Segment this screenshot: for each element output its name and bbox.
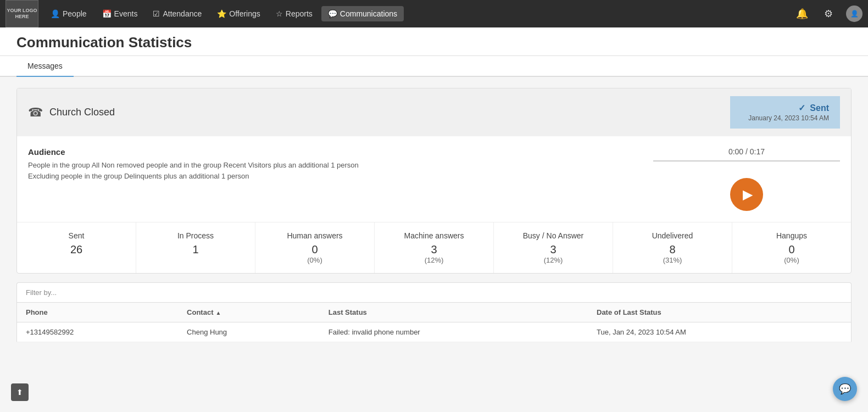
stat-cell-machine_answers: Machine answers 3 (12%)	[375, 222, 494, 273]
message-card-title: Church Closed	[49, 107, 115, 118]
nav-label-reports: Reports	[286, 9, 313, 18]
col-header-date_of_last_status: Date of Last Status	[588, 303, 852, 322]
stat-cell-busy_no_answer: Busy / No Answer 3 (12%)	[494, 222, 613, 273]
audio-section: 0:00 / 0:17 ▶	[653, 147, 840, 211]
cell-phone: +13149582992	[17, 322, 179, 342]
stat-cell-in_process: In Process 1	[136, 222, 255, 273]
filter-section: Filter by... PhoneContact▲Last StatusDat…	[16, 282, 852, 342]
stat-pct-machine_answers: (12%)	[380, 256, 488, 264]
page-title-bar: Communication Statistics	[0, 27, 868, 56]
stat-value-busy_no_answer: 3	[499, 243, 607, 256]
people-icon: 👤	[51, 9, 60, 18]
nav-item-attendance[interactable]: ☑ Attendance	[146, 6, 208, 21]
stat-label-hangups: Hangups	[738, 231, 845, 240]
reports-icon: ☆	[276, 9, 283, 18]
stat-value-human_answers: 0	[261, 243, 369, 256]
table-header: PhoneContact▲Last StatusDate of Last Sta…	[17, 303, 852, 322]
stat-value-hangups: 0	[738, 243, 845, 256]
stat-label-undelivered: Undelivered	[619, 231, 726, 240]
table-body: +13149582992Cheng HungFailed: invalid ph…	[17, 322, 852, 342]
audio-time: 0:00 / 0:17	[653, 147, 840, 156]
communications-icon: 💬	[328, 9, 337, 18]
stat-value-machine_answers: 3	[380, 243, 488, 256]
nav-item-events[interactable]: 📅 Events	[96, 6, 144, 21]
offerings-icon: ⭐	[217, 9, 226, 18]
stat-cell-human_answers: Human answers 0 (0%)	[255, 222, 375, 273]
col-header-last_status: Last Status	[320, 303, 588, 322]
events-icon: 📅	[102, 9, 112, 18]
page-title: Communication Statistics	[16, 34, 852, 51]
stat-cell-sent: Sent 26	[17, 222, 136, 273]
cell-last_status: Failed: invalid phone number	[320, 322, 588, 342]
sent-badge: ✓ Sent January 24, 2023 10:54 AM	[730, 96, 840, 129]
chat-support-button[interactable]: 💬	[833, 377, 857, 401]
stat-value-sent: 26	[23, 243, 130, 256]
top-navigation: YOUR LOGO HERE 👤 People 📅 Events ☑ Atten…	[0, 0, 868, 27]
stat-pct-hangups: (0%)	[738, 256, 845, 264]
filter-placeholder: Filter by...	[26, 288, 57, 297]
nav-items-list: 👤 People 📅 Events ☑ Attendance ⭐ Offerin…	[44, 6, 793, 21]
settings-button[interactable]: ⚙	[820, 5, 837, 23]
nav-label-events: Events	[114, 9, 138, 18]
attendance-icon: ☑	[153, 9, 160, 18]
stat-label-human_answers: Human answers	[261, 231, 369, 240]
audio-progress-bar[interactable]	[653, 160, 840, 162]
phone-icon: ☎	[28, 105, 43, 120]
stat-value-undelivered: 8	[619, 243, 726, 256]
stat-cell-undelivered: Undelivered 8 (31%)	[613, 222, 732, 273]
stat-label-in_process: In Process	[142, 231, 249, 240]
sort-arrow-contact: ▲	[215, 310, 221, 316]
filter-bar: Filter by...	[16, 282, 852, 302]
stats-row: Sent 26 In Process 1 Human answers 0 (0%…	[17, 222, 851, 273]
cell-contact: Cheng Hung	[178, 322, 320, 342]
upload-button[interactable]: ⬆	[11, 383, 29, 401]
nav-item-communications[interactable]: 💬 Communications	[321, 6, 404, 21]
audience-section: Audience People in the group All Non rem…	[28, 147, 642, 211]
play-button[interactable]: ▶	[730, 178, 763, 211]
stat-label-sent: Sent	[23, 231, 130, 240]
stat-label-busy_no_answer: Busy / No Answer	[499, 231, 607, 240]
message-card: ☎ Church Closed ✓ Sent January 24, 2023 …	[16, 88, 852, 274]
sent-text: Sent	[810, 103, 829, 113]
audience-line-1: People in the group All Non removed peop…	[28, 160, 642, 171]
tabs-bar: Messages	[0, 56, 868, 77]
tab-messages[interactable]: Messages	[16, 56, 74, 77]
stat-cell-hangups: Hangups 0 (0%)	[732, 222, 851, 273]
chat-support-icon: 💬	[839, 383, 851, 395]
notifications-button[interactable]: 🔔	[793, 5, 811, 23]
nav-label-people: People	[63, 9, 87, 18]
nav-item-people[interactable]: 👤 People	[44, 6, 93, 21]
cell-date_of_last_status: Tue, Jan 24, 2023 10:54 AM	[588, 322, 852, 342]
stat-pct-human_answers: (0%)	[261, 256, 369, 264]
stat-label-machine_answers: Machine answers	[380, 231, 488, 240]
message-title-area: ☎ Church Closed	[28, 105, 115, 120]
audience-title: Audience	[28, 147, 642, 157]
user-avatar[interactable]: 👤	[846, 5, 863, 22]
sent-label: ✓ Sent	[741, 103, 829, 113]
checkmark-icon: ✓	[798, 103, 805, 113]
nav-item-reports[interactable]: ☆ Reports	[269, 6, 319, 21]
table-row: +13149582992Cheng HungFailed: invalid ph…	[17, 322, 852, 342]
col-header-contact[interactable]: Contact▲	[178, 303, 320, 322]
stat-value-in_process: 1	[142, 243, 249, 256]
sent-date: January 24, 2023 10:54 AM	[741, 114, 829, 122]
table-header-row: PhoneContact▲Last StatusDate of Last Sta…	[17, 303, 852, 322]
nav-right-actions: 🔔 ⚙ 👤	[793, 5, 863, 23]
play-icon: ▶	[743, 187, 753, 202]
nav-label-offerings: Offerings	[229, 9, 260, 18]
stat-pct-busy_no_answer: (12%)	[499, 256, 607, 264]
stat-pct-undelivered: (31%)	[619, 256, 726, 264]
audience-line-2: Excluding people in the group Delinquent…	[28, 171, 642, 182]
message-card-header: ☎ Church Closed ✓ Sent January 24, 2023 …	[17, 88, 851, 136]
nav-item-offerings[interactable]: ⭐ Offerings	[210, 6, 267, 21]
col-header-phone: Phone	[17, 303, 179, 322]
main-content: ☎ Church Closed ✓ Sent January 24, 2023 …	[0, 77, 868, 412]
message-card-body: Audience People in the group All Non rem…	[17, 136, 851, 216]
logo[interactable]: YOUR LOGO HERE	[5, 0, 38, 27]
nav-label-attendance: Attendance	[163, 9, 202, 18]
data-table: PhoneContact▲Last StatusDate of Last Sta…	[16, 302, 852, 342]
nav-label-communications: Communications	[340, 9, 397, 18]
